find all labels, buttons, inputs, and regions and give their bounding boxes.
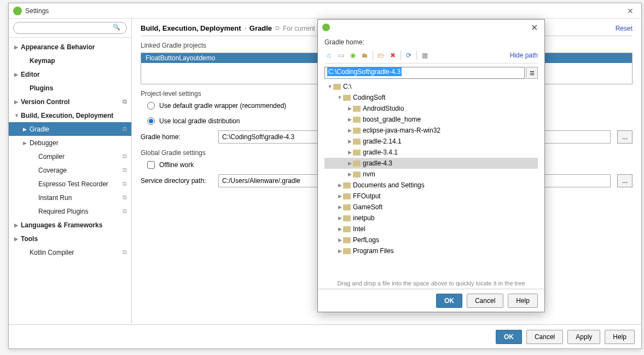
home-icon[interactable]: ⌂: [324, 51, 333, 60]
folder-item-gradle-3-4-1[interactable]: ▶gradle-3.4.1: [324, 147, 538, 158]
help-button[interactable]: Help: [605, 330, 635, 344]
sidebar-item-debugger[interactable]: ▶Debugger: [9, 136, 131, 150]
sidebar-item-label: Coverage: [38, 167, 67, 174]
chevron-right-icon: ▶: [346, 117, 353, 122]
sidebar-item-kotlin-compiler[interactable]: Kotlin Compiler⧉: [9, 245, 131, 259]
folder-item-inetpub[interactable]: ▶inetpub: [324, 213, 538, 224]
copy-icon[interactable]: ⧉: [123, 98, 127, 105]
folder-label: nvm: [363, 170, 375, 178]
close-icon[interactable]: ✕: [624, 7, 637, 15]
help-button[interactable]: Help: [508, 294, 538, 308]
chevron-right-icon: ▶: [336, 193, 343, 199]
folder-item-documents-and-settings[interactable]: ▶Documents and Settings: [324, 180, 538, 191]
copy-icon[interactable]: ⧉: [123, 180, 127, 187]
sidebar-item-editor[interactable]: ▶Editor: [9, 67, 131, 81]
service-dir-browse-button[interactable]: ...: [617, 174, 633, 187]
cancel-button[interactable]: Cancel: [467, 294, 503, 308]
sidebar-item-gradle[interactable]: ▶Gradle⧉: [9, 122, 131, 136]
cancel-button[interactable]: Cancel: [526, 330, 563, 344]
chevron-right-icon: ▶: [346, 161, 353, 166]
folder-item-codingsoft[interactable]: ▼CodingSoft: [324, 92, 538, 103]
folder-tree[interactable]: ▼C:\▼CodingSoft▶AndroidStudio▶boost_grad…: [324, 81, 538, 278]
apply-button[interactable]: Apply: [567, 330, 600, 344]
copy-icon[interactable]: ⧉: [123, 208, 127, 215]
sidebar-item-coverage[interactable]: Coverage⧉: [9, 163, 131, 177]
sidebar-item-appearance-behavior[interactable]: ▶Appearance & Behavior: [9, 40, 131, 54]
chevron-right-icon: ▶: [23, 140, 30, 146]
sidebar-item-compiler[interactable]: Compiler⧉: [9, 150, 131, 163]
folder-item-gamesoft[interactable]: ▶GameSoft: [324, 202, 538, 213]
path-input[interactable]: C:\CodingSoft\gradle-4.3: [324, 67, 525, 79]
checkbox-icon[interactable]: [147, 161, 155, 169]
dialog-footer: OK Cancel Apply Help: [9, 324, 641, 348]
folder-item-gradle-2-14-1[interactable]: ▶gradle-2.14.1: [324, 136, 538, 147]
modal-toolbar: ⌂ ▭ ◉ 🖿 🗁 ✖ ⟳ ▦ Hide path: [324, 49, 538, 64]
sidebar-item-keymap[interactable]: Keymap: [9, 54, 131, 67]
chevron-right-icon: ▶: [346, 171, 353, 177]
copy-icon[interactable]: ⧉: [275, 25, 280, 32]
chevron-right-icon: ▶: [346, 106, 353, 111]
sidebar-item-tools[interactable]: ▶Tools: [9, 232, 131, 245]
chevron-right-icon: ▶: [346, 139, 353, 144]
sidebar-item-instant-run[interactable]: Instant Run⧉: [9, 191, 131, 204]
refresh-icon[interactable]: ⟳: [404, 51, 413, 60]
show-hidden-icon[interactable]: ▦: [420, 51, 429, 60]
folder-item-nvm[interactable]: ▶nvm: [324, 169, 538, 180]
folder-item-program-files[interactable]: ▶Program Files: [324, 245, 538, 256]
sidebar-item-espresso-test-recorder[interactable]: Espresso Test Recorder⧉: [9, 177, 131, 191]
scope-label: For current: [283, 25, 315, 32]
radio-checked-icon[interactable]: [147, 117, 155, 125]
sidebar-item-label: Tools: [21, 235, 38, 243]
titlebar: Settings ✕: [9, 3, 641, 19]
sidebar-item-label: Gradle: [30, 125, 49, 133]
new-folder-icon[interactable]: 🗁: [376, 51, 385, 60]
folder-item-eclipse-java-mars-r-win32[interactable]: ▶eclipse-java-mars-R-win32: [324, 125, 538, 136]
folder-item-perflogs[interactable]: ▶PerfLogs: [324, 234, 538, 245]
folder-item-boost-gradle-home[interactable]: ▶boost_gradle_home: [324, 114, 538, 125]
hide-path-link[interactable]: Hide path: [510, 51, 538, 59]
sidebar: ▶Appearance & BehaviorKeymap▶EditorPlugi…: [9, 19, 132, 323]
offline-work-label: Offline work: [159, 161, 194, 169]
ok-button[interactable]: OK: [436, 294, 462, 308]
copy-icon[interactable]: ⧉: [123, 194, 127, 201]
folder-item-intel[interactable]: ▶Intel: [324, 224, 538, 234]
settings-tree[interactable]: ▶Appearance & BehaviorKeymap▶EditorPlugi…: [9, 38, 131, 323]
sidebar-item-label: Version Control: [21, 98, 69, 106]
sidebar-item-label: Build, Execution, Deployment: [21, 112, 113, 119]
copy-icon[interactable]: ⧉: [123, 125, 127, 133]
gradle-home-label: Gradle home:: [141, 133, 212, 141]
delete-icon[interactable]: ✖: [388, 51, 397, 60]
folder-icon: [343, 237, 351, 243]
sidebar-item-build-execution-deployment[interactable]: ▼Build, Execution, Deployment: [9, 108, 131, 122]
search-input[interactable]: [13, 22, 127, 34]
folder-label: boost_gradle_home: [363, 116, 421, 123]
close-icon[interactable]: ✕: [529, 22, 540, 33]
folder-item-androidstudio[interactable]: ▶AndroidStudio: [324, 103, 538, 114]
folder-item-c-[interactable]: ▼C:\: [324, 81, 538, 92]
chevron-right-icon: ▶: [14, 44, 21, 50]
copy-icon[interactable]: ⧉: [123, 153, 127, 160]
sidebar-item-label: Languages & Frameworks: [21, 221, 102, 229]
path-history-button[interactable]: ☰: [526, 67, 538, 79]
ok-button[interactable]: OK: [496, 330, 522, 344]
gradle-home-browse-button[interactable]: ...: [617, 130, 633, 144]
project-icon[interactable]: ◉: [349, 51, 357, 60]
chevron-right-icon: ▶: [14, 222, 21, 228]
sidebar-item-plugins[interactable]: Plugins: [9, 81, 131, 95]
sidebar-item-required-plugins[interactable]: Required Plugins⧉: [9, 204, 131, 218]
radio-icon[interactable]: [147, 102, 155, 110]
folder-item-ffoutput[interactable]: ▶FFOutput: [324, 191, 538, 202]
folder-icon[interactable]: 🖿: [361, 51, 369, 60]
copy-icon[interactable]: ⧉: [123, 249, 127, 256]
folder-item-gradle-4-3[interactable]: ▶gradle-4.3: [324, 158, 538, 169]
folder-icon: [333, 84, 341, 90]
chevron-right-icon: ▶: [14, 236, 21, 242]
sidebar-item-languages-frameworks[interactable]: ▶Languages & Frameworks: [9, 218, 131, 232]
sidebar-item-version-control[interactable]: ▶Version Control⧉: [9, 95, 131, 108]
reset-link[interactable]: Reset: [616, 25, 633, 32]
chevron-right-icon: ▶: [23, 127, 30, 132]
modal-body: Gradle home: ⌂ ▭ ◉ 🖿 🗁 ✖ ⟳ ▦ Hide path C…: [318, 35, 544, 289]
copy-icon[interactable]: ⧉: [123, 167, 127, 174]
desktop-icon[interactable]: ▭: [336, 51, 345, 60]
app-icon: [322, 24, 330, 31]
